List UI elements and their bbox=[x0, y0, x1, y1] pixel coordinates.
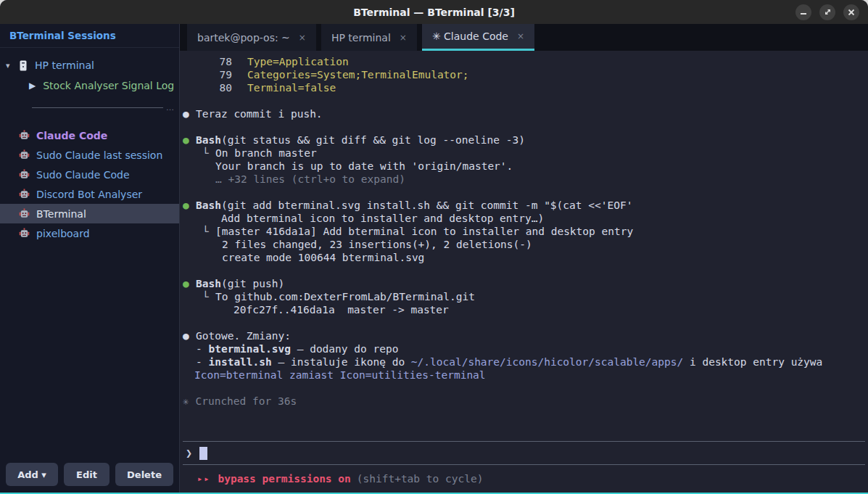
tab-bar: bartek@pop-os: ~ × HP terminal × ✳ Claud… bbox=[180, 24, 868, 51]
divider-line bbox=[32, 107, 163, 108]
robot-icon bbox=[19, 208, 30, 219]
prompt-chevron-icon: ❯ bbox=[186, 447, 192, 460]
sidebar-item-label: Sudo Claude Code bbox=[36, 169, 130, 181]
robot-icon bbox=[19, 228, 30, 239]
terminal-line: Add bterminal icon to installer and desk… bbox=[183, 212, 865, 225]
tree-item-hp-terminal[interactable]: ▾ HP terminal bbox=[0, 55, 179, 75]
chevron-down-icon[interactable]: ▾ bbox=[6, 61, 19, 70]
output-connector-icon: └ bbox=[183, 225, 215, 238]
play-icon: ▶ bbox=[29, 81, 36, 91]
sidebar-divider: … bbox=[0, 96, 179, 115]
maximize-icon bbox=[824, 8, 832, 16]
sidebar-item-sudo-claude-last-session[interactable]: Sudo Claude last session bbox=[0, 145, 179, 165]
sidebar-item-discord-bot-analyser[interactable]: Discord Bot Analyser bbox=[0, 184, 179, 204]
terminal-line: ●Bash(git add bterminal.svg install.sh &… bbox=[183, 199, 865, 212]
edit-button[interactable]: Edit bbox=[64, 463, 109, 486]
output-connector-icon: └ bbox=[183, 147, 215, 160]
maximize-button[interactable] bbox=[819, 4, 835, 20]
window-controls bbox=[795, 4, 868, 20]
close-icon bbox=[848, 9, 855, 16]
bullet-icon: ● bbox=[183, 277, 196, 290]
divider-dots-icon: … bbox=[166, 103, 175, 112]
tab-label: bartek@pop-os: ~ bbox=[197, 32, 290, 44]
bash-block-1: ●Bash(git status && git diff && git log … bbox=[183, 133, 865, 186]
tab-bartek-pop-os[interactable]: bartek@pop-os: ~ × bbox=[187, 24, 316, 51]
sidebar-item-sudo-claude-code[interactable]: Sudo Claude Code bbox=[0, 165, 179, 184]
terminal-line: 20fc27f..416da1a master -> master bbox=[183, 303, 865, 316]
bash-block-3: ●Bash(git push) └To github.com:DexterFro… bbox=[183, 277, 865, 316]
minimize-button[interactable] bbox=[795, 4, 811, 20]
bullet-icon: ● bbox=[183, 329, 196, 342]
terminal-line: - install.sh — instaluje ikonę do ~/.loc… bbox=[183, 355, 865, 369]
sidebar-item-label: Discord Bot Analyser bbox=[36, 189, 142, 200]
tree-item-stock-analyser[interactable]: ▶ Stock Analyser Signal Log bbox=[0, 75, 179, 96]
window-title: BTerminal — BTerminal [3/3] bbox=[0, 7, 868, 18]
tab-claude-code[interactable]: ✳ Claude Code × bbox=[422, 24, 534, 51]
cycle-hint: (shift+tab to cycle) bbox=[357, 473, 484, 485]
session-tree: ▾ HP terminal ▶ Stock Analyser Signal Lo… bbox=[0, 48, 179, 115]
permission-mode-label: bypass permissions on bbox=[218, 473, 350, 485]
terminal-line: 80Terminal=false bbox=[183, 81, 865, 94]
sidebar-item-label: Sudo Claude last session bbox=[36, 149, 162, 161]
delete-button[interactable]: Delete bbox=[115, 463, 173, 486]
summary-block: ●Gotowe. Zmiany: - bterminal.svg — dodan… bbox=[183, 329, 865, 382]
file-view-block: 78Type=Application 79Categories=System;T… bbox=[183, 55, 865, 94]
output-connector-icon: └ bbox=[183, 290, 215, 303]
status-line: ✳ Crunched for 36s bbox=[183, 395, 865, 408]
terminal-line: 78Type=Application bbox=[183, 55, 865, 68]
tab-close-icon[interactable]: × bbox=[517, 31, 524, 41]
mode-arrows-icon: ▸▸ bbox=[197, 474, 210, 484]
robot-icon bbox=[19, 169, 30, 180]
robot-icon bbox=[19, 189, 30, 199]
busy-asterisk-icon: ✳ bbox=[432, 30, 444, 42]
sidebar-item-label: BTerminal bbox=[36, 208, 86, 220]
computer-icon bbox=[19, 60, 28, 71]
terminal-line: ●Teraz commit i push. bbox=[183, 107, 865, 120]
terminal-line: Icon=bterminal zamiast Icon=utilities-te… bbox=[183, 369, 865, 382]
prompt-input[interactable]: ❯ bbox=[183, 441, 865, 465]
terminal-line: └[master 416da1a] Add bterminal icon to … bbox=[183, 225, 865, 238]
tab-close-icon[interactable]: × bbox=[299, 33, 306, 43]
terminal-line: ●Gotowe. Zmiany: bbox=[183, 329, 865, 342]
sidebar-item-claude-code[interactable]: Claude Code bbox=[0, 125, 179, 145]
minimize-icon bbox=[800, 9, 807, 16]
bash-block-2: ●Bash(git add bterminal.svg install.sh &… bbox=[183, 199, 865, 264]
close-button[interactable] bbox=[843, 4, 859, 20]
add-button[interactable]: Add ▾ bbox=[6, 463, 58, 486]
robot-icon bbox=[19, 149, 30, 160]
tab-hp-terminal[interactable]: HP terminal × bbox=[321, 24, 417, 51]
cursor-block bbox=[199, 447, 207, 460]
sessions-sidebar: BTerminal Sessions ▾ HP terminal ▶ Stock… bbox=[0, 24, 180, 493]
sidebar-item-label: Claude Code bbox=[36, 130, 107, 141]
assistant-message: ●Teraz commit i push. bbox=[183, 107, 865, 120]
tab-label: HP terminal bbox=[331, 32, 391, 44]
terminal-line: 79Categories=System;TerminalEmulator; bbox=[183, 68, 865, 81]
sidebar-buttons: Add ▾ Edit Delete bbox=[0, 463, 179, 493]
bullet-icon: ● bbox=[183, 199, 196, 212]
terminal-pane[interactable]: 78Type=Application 79Categories=System;T… bbox=[180, 51, 868, 493]
terminal-line: ●Bash(git push) bbox=[183, 277, 865, 290]
sidebar-item-label: pixelboard bbox=[36, 228, 90, 239]
terminal-line: - bterminal.svg — dodany do repo bbox=[183, 342, 865, 355]
tab-label: ✳ Claude Code bbox=[432, 30, 508, 42]
terminal-line: └On branch master bbox=[183, 147, 865, 160]
session-list: Claude Code Sudo Claude last session Sud… bbox=[0, 125, 179, 243]
app-window: BTerminal — BTerminal [3/3] bbox=[0, 0, 868, 494]
sidebar-title: BTerminal Sessions bbox=[9, 30, 116, 41]
sidebar-item-pixelboard[interactable]: pixelboard bbox=[0, 223, 179, 243]
terminal-line: Your branch is up to date with 'origin/m… bbox=[183, 160, 865, 173]
terminal-output[interactable]: 78Type=Application 79Categories=System;T… bbox=[183, 55, 865, 441]
tree-item-label: HP terminal bbox=[35, 59, 94, 71]
titlebar[interactable]: BTerminal — BTerminal [3/3] bbox=[0, 0, 868, 24]
terminal-line: ●Bash(git status && git diff && git log … bbox=[183, 133, 865, 147]
bullet-icon: ● bbox=[183, 107, 196, 120]
terminal-line: └To github.com:DexterFromLab/BTerminal.g… bbox=[183, 290, 865, 303]
bullet-icon: ● bbox=[183, 133, 196, 147]
expand-hint: … +32 lines (ctrl+o to expand) bbox=[215, 173, 405, 185]
tab-close-icon[interactable]: × bbox=[400, 33, 407, 43]
tree-item-label: Stock Analyser Signal Log bbox=[43, 80, 174, 91]
sidebar-header: BTerminal Sessions bbox=[0, 24, 179, 48]
sidebar-item-bterminal[interactable]: BTerminal bbox=[0, 204, 179, 223]
permissions-status-bar[interactable]: ▸▸ bypass permissions on (shift+tab to c… bbox=[183, 465, 865, 493]
terminal-line: create mode 100644 bterminal.svg bbox=[183, 251, 865, 264]
